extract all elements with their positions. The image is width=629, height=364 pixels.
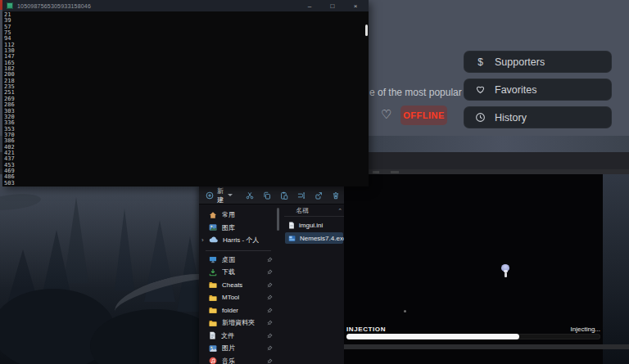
share-button[interactable] <box>310 188 327 203</box>
home-icon <box>209 211 217 219</box>
close-icon: × <box>354 2 358 10</box>
console-title: 1050987565305933158046 <box>17 3 91 9</box>
pin-icon[interactable] <box>267 320 273 326</box>
paste-icon <box>280 188 288 203</box>
site-text-fragment <box>373 171 379 173</box>
sidebar-item-label: 图库 <box>222 223 235 232</box>
screen: e of the most popular F ♡ OFFLINE $ Supp… <box>0 0 629 364</box>
console-output: 21 39 57 75 94 112 130 147 165 182 200 2… <box>2 11 369 186</box>
paste-button[interactable] <box>275 188 292 203</box>
folder-icon <box>209 319 217 327</box>
skull-icon-body <box>505 272 508 277</box>
rename-button[interactable] <box>292 188 310 203</box>
sidebar-item-label: 下载 <box>222 267 235 276</box>
downloads-icon <box>209 268 217 276</box>
console-scrollbar[interactable] <box>365 25 368 36</box>
console-titlebar[interactable]: 1050987565305933158046 –□× <box>2 0 369 11</box>
favorite-heart-icon[interactable]: ♡ <box>381 107 391 122</box>
close-button[interactable]: × <box>344 0 367 11</box>
sidebar-item-label: Cheats <box>222 281 242 289</box>
sidebar-item-图片[interactable]: 图片 <box>199 342 278 355</box>
pin-icon[interactable] <box>267 282 273 288</box>
file-name: Nemesis7.4.exe <box>300 235 346 242</box>
ini-file-icon <box>288 222 295 229</box>
pin-icon[interactable] <box>267 294 273 300</box>
background-strip <box>344 344 629 349</box>
game-haze <box>0 174 213 289</box>
folder-icon <box>209 306 217 314</box>
document-icon <box>209 331 216 339</box>
explorer-toolbar: 新建 <box>199 186 344 204</box>
sidebar-item-label: 音乐 <box>222 357 235 364</box>
delete-icon <box>332 188 340 203</box>
file-row-Nemesis7.4.exe[interactable]: Nemesis7.4.exe <box>285 232 343 244</box>
injection-title: INJECTION <box>346 326 386 333</box>
new-icon <box>206 188 214 203</box>
site-tagline-text: e of the most popular F <box>369 87 470 98</box>
heart-icon <box>475 84 486 95</box>
sidebar-item-label: 图片 <box>222 344 235 353</box>
clock-icon <box>475 112 486 123</box>
sort-ascending-icon[interactable]: ⌃ <box>337 208 342 214</box>
sidebar-item-文件[interactable]: 文件 <box>199 330 278 343</box>
site-text-fragment <box>391 171 399 173</box>
favorites-button-label: Favorites <box>495 84 536 96</box>
sidebar-item-label: MTool <box>222 294 239 301</box>
sidebar-item-桌面[interactable]: 桌面 <box>199 254 278 267</box>
sidebar-item-label: 新增資料夾 <box>222 318 255 327</box>
sidebar-item-label: 文件 <box>221 331 234 340</box>
minimize-button[interactable]: – <box>298 0 321 11</box>
sidebar-item-常用[interactable]: 常用 <box>199 209 278 222</box>
sidebar-item-mtool[interactable]: MTool <box>199 291 278 304</box>
sidebar-item-label: 常用 <box>222 210 235 219</box>
sidebar-item-下载[interactable]: 下载 <box>199 266 278 279</box>
site-button-column: $ Supporters Favorites History <box>464 51 612 128</box>
pin-icon[interactable] <box>267 345 273 351</box>
status-badge: OFFLINE <box>400 106 447 125</box>
music-icon <box>209 357 217 364</box>
new-button-label: 新建 <box>217 186 224 204</box>
window-controls: –□× <box>298 0 367 11</box>
copy-button[interactable] <box>258 188 275 203</box>
minimize-icon: – <box>308 2 311 10</box>
pin-icon[interactable] <box>267 257 273 263</box>
sidebar-scrollbar[interactable] <box>277 208 279 231</box>
sidebar-item-音乐[interactable]: 音乐 <box>199 355 278 364</box>
name-column-header[interactable]: 名稱 <box>296 206 309 215</box>
sidebar-item-cheats[interactable]: Cheats <box>199 279 278 292</box>
cursor-dot <box>404 310 406 312</box>
sidebar-item-新增資料夾[interactable]: 新增資料夾 <box>199 317 278 330</box>
cloud-icon <box>209 236 218 245</box>
chevron-right-icon[interactable]: › <box>201 236 204 244</box>
share-icon <box>314 188 323 203</box>
exe-file-icon <box>288 235 296 242</box>
sidebar-item-harris---个人[interactable]: › Harris - 个人 <box>199 234 278 247</box>
pin-icon[interactable] <box>267 333 273 339</box>
file-list-header[interactable]: 名稱 ⌃ <box>284 206 342 215</box>
maximize-button[interactable]: □ <box>321 0 344 11</box>
injection-progress-fill <box>346 334 519 339</box>
sidebar-item-folder[interactable]: folder <box>199 304 278 317</box>
injection-status: Injecting... <box>571 326 600 333</box>
sidebar-item-label: 桌面 <box>222 255 235 264</box>
pin-icon[interactable] <box>267 358 273 364</box>
console-app-icon <box>7 2 13 9</box>
favorites-button[interactable]: Favorites <box>464 79 612 101</box>
explorer-sidebar: 常用 图库 › Harris - 个人 桌面 下载 Cheats MTool f… <box>199 204 278 364</box>
sidebar-divider <box>206 250 271 251</box>
pin-icon[interactable] <box>267 269 273 275</box>
supporters-button-label: Supporters <box>495 56 545 68</box>
history-button[interactable]: History <box>464 106 612 128</box>
file-name: imgui.ini <box>299 222 323 229</box>
cut-button[interactable] <box>241 188 258 203</box>
delete-button[interactable] <box>327 188 344 203</box>
console-body: 21 39 57 75 94 112 130 147 165 182 200 2… <box>2 11 369 186</box>
supporters-button[interactable]: $ Supporters <box>464 51 612 73</box>
sidebar-item-图库[interactable]: 图库 <box>199 222 278 235</box>
sidebar-item-label: Harris - 个人 <box>223 236 259 245</box>
injection-progress-bar <box>346 334 600 339</box>
new-button[interactable]: 新建 <box>206 186 233 204</box>
file-row-imgui.ini[interactable]: imgui.ini <box>285 219 343 231</box>
folder-icon <box>209 281 217 289</box>
pin-icon[interactable] <box>267 308 273 313</box>
